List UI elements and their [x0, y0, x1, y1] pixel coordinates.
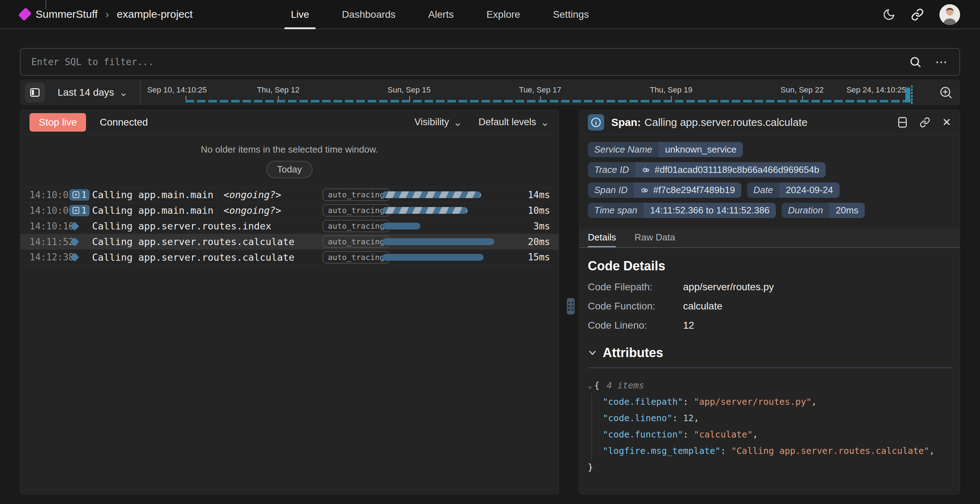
- row-timestamp: 14:12:38: [20, 252, 68, 263]
- row-ongoing-suffix: <ongoing?>: [223, 205, 281, 216]
- row-message: Calling app.main.main: [92, 205, 213, 216]
- live-view-panel: Stop live Connected Visibility ⌄ Default…: [20, 110, 559, 494]
- json-open-brace: {: [594, 377, 600, 394]
- time-range-bar: Last 14 days ⌄ Sep 10, 14:10:25 Thu, Sep…: [20, 80, 960, 105]
- user-avatar[interactable]: [939, 4, 960, 25]
- tab-dashboards[interactable]: Dashboards: [335, 0, 402, 29]
- share-link-icon[interactable]: [911, 8, 924, 21]
- span-diamond-icon: [70, 222, 79, 230]
- row-ongoing-suffix: <ongoing?>: [223, 189, 281, 200]
- child-count: 1: [81, 190, 86, 200]
- log-row[interactable]: 14:10:16 Calling app.server.routes.index…: [20, 218, 558, 234]
- kv-label: Code Function:: [588, 301, 683, 312]
- badge-label: Time span: [588, 203, 644, 218]
- json-entry: "logfire.msg_template": "Calling app.ser…: [603, 443, 951, 459]
- panel-toggle-icon[interactable]: [25, 83, 45, 102]
- timeline-cursor-line: [912, 85, 912, 104]
- row-duration: 10ms: [516, 205, 558, 216]
- timeline-tick-label: Tue, Sep 17: [519, 85, 561, 95]
- badge-value: 14:11:52.366 to 14:11:52.386: [644, 203, 776, 218]
- tab-details[interactable]: Details: [588, 229, 616, 247]
- row-message: Calling app.server.routes.calculate: [92, 236, 294, 247]
- attributes-section: Attributes ⌄ { 4 items "code.filepath": …: [579, 331, 960, 475]
- badge-value: unknown_service: [659, 142, 743, 157]
- info-icon: [588, 114, 604, 131]
- attributes-heading: Attributes: [603, 345, 663, 360]
- visibility-dropdown[interactable]: Visibility ⌄: [415, 116, 462, 128]
- code-function-row: Code Function: calculate: [588, 301, 951, 312]
- log-row[interactable]: 14:12:38 Calling app.server.routes.calcu…: [20, 249, 558, 265]
- copy-link-icon[interactable]: [920, 117, 930, 128]
- tag-auto-tracing[interactable]: auto_tracing: [323, 236, 390, 248]
- code-lineno-row: Code Lineno: 12: [588, 320, 951, 331]
- tab-settings[interactable]: Settings: [547, 0, 595, 29]
- time-range-label: Last 14 days: [57, 87, 114, 98]
- no-older-items-message: No older items in the selected time wind…: [20, 144, 558, 155]
- badge-value[interactable]: #f7c8e294f7489b19: [634, 182, 741, 198]
- logo-diamond-icon: [18, 8, 32, 21]
- default-levels-dropdown[interactable]: Default levels ⌄: [479, 116, 549, 128]
- breadcrumb-separator: ›: [106, 8, 109, 20]
- timeline-tick-label: Sun, Sep 22: [781, 85, 824, 95]
- badge-time-span: Time span 14:11:52.366 to 14:11:52.386: [588, 203, 776, 218]
- row-duration: 3ms: [516, 221, 558, 231]
- json-entry: "code.lineno": 12,: [603, 410, 951, 426]
- search-icon[interactable]: [909, 56, 922, 68]
- span-badges: Service Name unknown_service Trace ID #d…: [579, 135, 960, 225]
- today-button[interactable]: Today: [266, 161, 312, 178]
- attributes-json-viewer: ⌄ { 4 items "code.filepath": "app/server…: [588, 377, 951, 475]
- kv-value: 12: [683, 320, 694, 331]
- time-range-dropdown[interactable]: Last 14 days ⌄: [57, 87, 128, 98]
- chevron-down-icon: ⌄: [453, 119, 462, 126]
- log-row[interactable]: 14:10:05 +1 Calling app.main.main<ongoin…: [20, 187, 558, 203]
- tag-auto-tracing[interactable]: auto_tracing: [323, 220, 390, 232]
- row-duration: 20ms: [516, 236, 558, 247]
- project-name[interactable]: example-project: [117, 8, 193, 20]
- log-row[interactable]: 14:10:06 +1 Calling app.main.main<ongoin…: [20, 203, 558, 218]
- code-details-heading: Code Details: [588, 258, 951, 274]
- live-view-header: Stop live Connected Visibility ⌄ Default…: [20, 110, 558, 135]
- tab-raw-data[interactable]: Raw Data: [634, 229, 675, 247]
- detail-tabs: Details Raw Data: [579, 229, 960, 248]
- tag-auto-tracing[interactable]: auto_tracing: [323, 188, 390, 201]
- collapsed-children-badge[interactable]: +1: [69, 189, 90, 201]
- json-entry: "code.filepath": "app/server/routes.py",: [603, 394, 951, 410]
- code-details-section: Code Details Code Filepath: app/server/r…: [579, 248, 960, 331]
- tab-explore[interactable]: Explore: [480, 0, 527, 29]
- more-options-icon[interactable]: ⋯: [935, 56, 949, 68]
- tag-auto-tracing[interactable]: auto_tracing: [323, 251, 390, 263]
- panel-resize-handle[interactable]: [567, 298, 574, 314]
- default-levels-label: Default levels: [479, 116, 536, 128]
- badge-label: Service Name: [588, 142, 659, 157]
- main-nav: Live Dashboards Alerts Explore Settings: [285, 0, 595, 29]
- badge-duration: Duration 20ms: [781, 203, 865, 218]
- timeline-activity-spike: [905, 88, 910, 102]
- log-rows: 14:10:05 +1 Calling app.main.main<ongoin…: [20, 187, 558, 265]
- timebar-divider: [140, 80, 141, 105]
- row-timestamp: 14:11:52: [20, 236, 68, 247]
- close-icon[interactable]: ✕: [942, 117, 951, 128]
- json-collapse-icon[interactable]: ⌄: [588, 377, 592, 394]
- row-timestamp: 14:10:06: [20, 205, 68, 216]
- badge-label: Duration: [781, 203, 829, 218]
- attributes-collapse-toggle[interactable]: Attributes: [588, 345, 951, 360]
- log-row-selected[interactable]: 14:11:52 Calling app.server.routes.calcu…: [20, 234, 558, 249]
- stop-live-button[interactable]: Stop live: [30, 113, 86, 132]
- sql-filter-input[interactable]: [31, 57, 909, 67]
- span-id-value: #f7c8e294f7489b19: [653, 185, 735, 196]
- zoom-in-icon[interactable]: [939, 85, 953, 100]
- tag-auto-tracing[interactable]: auto_tracing: [323, 204, 390, 217]
- code-filepath-row: Code Filepath: app/server/routes.py: [588, 281, 951, 293]
- tab-live[interactable]: Live: [285, 0, 315, 29]
- org-name[interactable]: SummerStuff: [35, 8, 98, 20]
- timeline[interactable]: Sep 10, 14:10:25 Thu, Sep 12 Sun, Sep 15…: [147, 80, 933, 105]
- split-view-icon[interactable]: [897, 116, 907, 128]
- badge-service-name: Service Name unknown_service: [588, 142, 743, 157]
- chevron-down-icon: ⌄: [119, 89, 128, 96]
- collapsed-children-badge[interactable]: +1: [69, 205, 90, 216]
- dark-mode-moon-icon[interactable]: [883, 8, 896, 21]
- badge-value[interactable]: #df01acad0311189c8b66a466d969654b: [635, 162, 826, 177]
- sql-filter-bar: ⋯: [20, 48, 960, 76]
- row-timestamp: 14:10:05: [20, 190, 68, 200]
- tab-alerts[interactable]: Alerts: [422, 0, 460, 29]
